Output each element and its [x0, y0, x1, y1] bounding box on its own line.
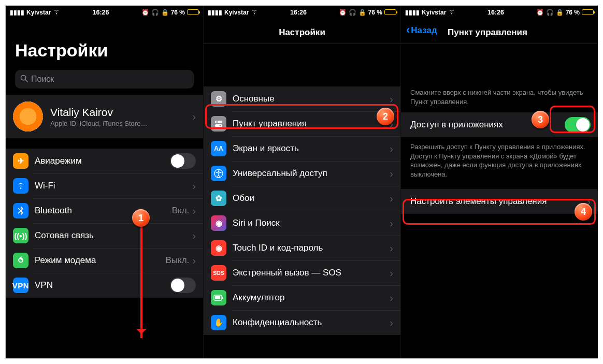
- lock-rotation-icon: 🔒: [161, 9, 169, 16]
- battery-icon: [187, 9, 199, 15]
- lock-rotation-icon: 🔒: [556, 9, 564, 16]
- svg-point-4: [216, 121, 218, 123]
- row-siri[interactable]: ◉ Siri и Поиск ›: [204, 211, 400, 236]
- wifi-icon: [251, 9, 258, 16]
- back-button[interactable]: ‹ Назад: [406, 25, 437, 36]
- battery-pct: 76 %: [368, 9, 382, 16]
- step-badge-1: 1: [132, 209, 150, 227]
- battery-pct: 76 %: [566, 9, 580, 16]
- row-hotspot[interactable]: ⥀ Режим модема Выкл. ›: [6, 248, 203, 273]
- step-badge-2: 2: [377, 108, 394, 125]
- row-label: VPN: [35, 280, 170, 290]
- row-cellular[interactable]: ((•)) Сотовая связь ›: [6, 223, 203, 248]
- row-label: Аккумулятор: [233, 293, 390, 303]
- screen-settings-root: ▮▮▮▮ Kyivstar 16:26 ⏰ 🎧 🔒 76 % Настройки…: [6, 6, 203, 358]
- signal-icon: ▮▮▮▮: [208, 9, 222, 16]
- row-privacy[interactable]: ✋ Конфиденциальность ›: [204, 310, 400, 335]
- switches-icon: [211, 116, 226, 132]
- clock: 16:26: [487, 9, 504, 16]
- alarm-icon: ⏰: [536, 9, 544, 16]
- profile-name: Vitaliy Kairov: [50, 106, 192, 119]
- headphones-icon: 🎧: [546, 9, 554, 16]
- row-label: Сотовая связь: [35, 230, 192, 241]
- search-input[interactable]: Поиск: [15, 70, 194, 89]
- step-badge-4: 4: [575, 203, 592, 221]
- page-title: Настройки: [6, 17, 203, 66]
- chevron-right-icon: ›: [390, 217, 393, 229]
- svg-rect-10: [215, 296, 220, 299]
- row-label: Touch ID и код-пароль: [233, 243, 390, 253]
- siri-icon: ◉: [211, 215, 226, 231]
- chevron-right-icon: ›: [390, 242, 393, 254]
- row-accessibility[interactable]: Универсальный доступ ›: [204, 161, 400, 186]
- row-bluetooth[interactable]: Bluetooth Вкл. ›: [6, 198, 203, 223]
- row-general[interactable]: ⚙︎ Основные ›: [204, 86, 400, 111]
- avatar: [13, 101, 43, 132]
- triptych: ▮▮▮▮ Kyivstar 16:26 ⏰ 🎧 🔒 76 % Настройки…: [5, 5, 598, 359]
- lock-rotation-icon: 🔒: [358, 9, 366, 16]
- alarm-icon: ⏰: [141, 9, 149, 16]
- hand-icon: ✋: [211, 315, 226, 330]
- row-label: Wi-Fi: [35, 181, 189, 191]
- sos-icon: SOS: [211, 265, 226, 281]
- vpn-toggle[interactable]: [170, 278, 196, 293]
- row-access-in-apps[interactable]: Доступ в приложениях: [401, 112, 598, 137]
- chevron-right-icon: ›: [192, 180, 196, 192]
- wifi-icon: [53, 9, 60, 16]
- chevron-right-icon: ›: [390, 292, 393, 304]
- row-touchid[interactable]: ◉ Touch ID и код-пароль ›: [204, 236, 400, 260]
- row-label: Экран и яркость: [233, 143, 390, 154]
- row-battery[interactable]: Аккумулятор ›: [204, 285, 400, 310]
- svg-rect-2: [215, 121, 222, 123]
- profile-row[interactable]: Vitaliy Kairov Apple ID, iCloud, iTunes …: [6, 95, 203, 138]
- chevron-right-icon: ›: [390, 93, 393, 105]
- row-label: Bluetooth: [35, 206, 172, 216]
- screen-control-center: ▮▮▮▮ Kyivstar 16:26 ⏰ 🎧 🔒 76 % ‹ Назад П…: [400, 6, 598, 358]
- row-vpn[interactable]: VPN VPN: [6, 273, 203, 298]
- row-customize-controls[interactable]: Настроить элементы управления ›: [401, 189, 598, 214]
- cellular-icon: ((•)): [13, 228, 28, 243]
- alarm-icon: ⏰: [339, 9, 347, 16]
- header-note: Смахните вверх с нижней части экрана, чт…: [401, 83, 598, 108]
- accessibility-icon: [211, 166, 226, 181]
- headphones-icon: 🎧: [151, 9, 159, 16]
- clock: 16:26: [93, 9, 109, 16]
- signal-icon: ▮▮▮▮: [405, 9, 420, 16]
- row-detail: Выкл.: [165, 255, 189, 266]
- chevron-right-icon: ›: [192, 205, 196, 217]
- row-label: Пункт управления: [233, 119, 390, 129]
- row-wifi[interactable]: Wi-Fi ›: [6, 173, 203, 198]
- row-display[interactable]: AA Экран и яркость ›: [204, 136, 400, 161]
- row-sos[interactable]: SOS Экстренный вызов — SOS ›: [204, 260, 400, 285]
- footer-note: Разрешить доступ к Пункту управления в п…: [401, 137, 598, 181]
- hotspot-icon: ⥀: [13, 253, 28, 268]
- row-wallpaper[interactable]: ✿ Обои ›: [204, 186, 400, 211]
- signal-icon: ▮▮▮▮: [10, 9, 24, 16]
- airplane-toggle[interactable]: [170, 153, 196, 169]
- wifi-icon: [448, 9, 455, 16]
- status-bar: ▮▮▮▮ Kyivstar 16:26 ⏰ 🎧 🔒 76 %: [6, 6, 203, 17]
- fingerprint-icon: ◉: [211, 240, 226, 256]
- screen-settings-list: ▮▮▮▮ Kyivstar 16:26 ⏰ 🎧 🔒 76 % Настройки…: [203, 6, 400, 358]
- row-label: Конфиденциальность: [233, 317, 390, 328]
- row-control-center[interactable]: Пункт управления ›: [204, 111, 400, 136]
- clock: 16:26: [290, 9, 307, 16]
- row-label: Siri и Поиск: [233, 218, 390, 228]
- access-toggle[interactable]: [565, 117, 591, 133]
- search-icon: [20, 75, 28, 84]
- battery-row-icon: [211, 290, 226, 305]
- battery-pct: 76 %: [171, 9, 185, 16]
- row-label: Настроить элементы управления: [410, 196, 587, 207]
- row-airplane[interactable]: ✈︎ Авиарежим: [6, 149, 203, 173]
- svg-rect-9: [222, 297, 223, 299]
- step-badge-3: 3: [532, 111, 549, 128]
- nav-title: Настройки: [279, 27, 325, 38]
- battery-icon: [582, 9, 594, 15]
- row-detail: Вкл.: [172, 206, 190, 216]
- row-label: Универсальный доступ: [233, 168, 390, 179]
- chevron-right-icon: ›: [390, 143, 393, 155]
- gear-icon: ⚙︎: [211, 91, 226, 107]
- wallpaper-icon: ✿: [211, 191, 226, 206]
- row-label: Режим модема: [35, 255, 165, 266]
- battery-icon: [384, 9, 396, 15]
